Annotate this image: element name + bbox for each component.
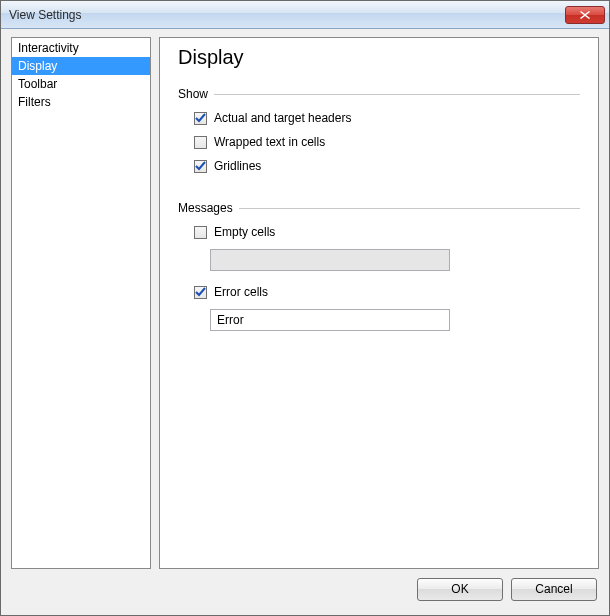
sidebar-item-display[interactable]: Display [12,57,150,75]
row-wrapped-text: Wrapped text in cells [194,135,580,149]
group-label-messages: Messages [178,201,233,215]
input-empty-cells[interactable] [210,249,450,271]
row-empty-cells: Empty cells [194,225,580,239]
content-pane: Display Show Actual and target headers [159,37,599,569]
dialog-body: Interactivity Display Toolbar Filters Di… [1,29,609,615]
checkbox-gridlines[interactable] [194,160,207,173]
checkbox-actual-target-headers[interactable] [194,112,207,125]
ok-button[interactable]: OK [417,578,503,601]
cancel-button[interactable]: Cancel [511,578,597,601]
window-title: View Settings [9,8,565,22]
row-error-cells: Error cells [194,285,580,299]
row-gridlines: Gridlines [194,159,580,173]
titlebar: View Settings [1,1,609,29]
sidebar-item-filters[interactable]: Filters [12,93,150,111]
field-empty-cells [210,249,580,271]
close-icon [580,11,590,19]
label-gridlines: Gridlines [214,159,261,173]
sidebar-item-interactivity[interactable]: Interactivity [12,39,150,57]
label-error-cells: Error cells [214,285,268,299]
label-empty-cells: Empty cells [214,225,275,239]
group-header-messages: Messages [178,201,580,215]
row-actual-target-headers: Actual and target headers [194,111,580,125]
checkbox-empty-cells[interactable] [194,226,207,239]
sidebar: Interactivity Display Toolbar Filters [11,37,151,569]
group-header-show: Show [178,87,580,101]
checkbox-error-cells[interactable] [194,286,207,299]
group-label-show: Show [178,87,208,101]
label-actual-target-headers: Actual and target headers [214,111,351,125]
input-error-cells[interactable] [210,309,450,331]
sidebar-item-toolbar[interactable]: Toolbar [12,75,150,93]
page-title: Display [178,46,580,69]
close-button[interactable] [565,6,605,24]
label-wrapped-text: Wrapped text in cells [214,135,325,149]
footer: OK Cancel [11,569,599,609]
window: View Settings Interactivity Display Tool… [0,0,610,616]
panes: Interactivity Display Toolbar Filters Di… [11,37,599,569]
field-error-cells [210,309,580,331]
group-rule [214,94,580,95]
checkbox-wrapped-text[interactable] [194,136,207,149]
group-rule [239,208,580,209]
